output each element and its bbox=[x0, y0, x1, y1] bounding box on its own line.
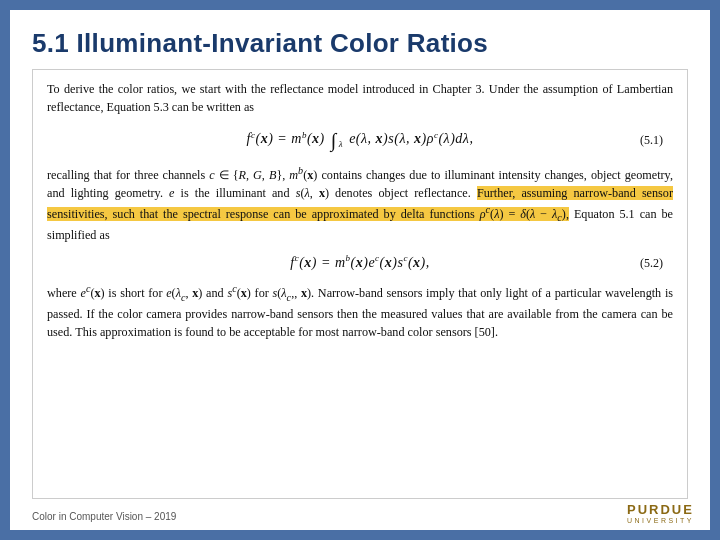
purdue-subtitle: UNIVERSITY bbox=[627, 517, 694, 524]
paragraph-2: recalling that for three channels c ∈ {R… bbox=[47, 163, 673, 245]
purdue-name: PURDUE bbox=[627, 502, 694, 517]
eq1-label: (5.1) bbox=[640, 131, 663, 149]
equation-2: fc(x) = mb(x)ec(x)sc(x), (5.2) bbox=[47, 252, 673, 273]
eq2-label: (5.2) bbox=[640, 254, 663, 272]
para1-text: To derive the color ratios, we start wit… bbox=[47, 82, 673, 114]
eq2-content: fc(x) = mb(x)ec(x)sc(x), bbox=[290, 252, 430, 273]
equation-1: fc(x) = mb(x) ∫λ e(λ, x)s(λ, x)ρc(λ)dλ, … bbox=[47, 125, 673, 155]
paragraph-1: To derive the color ratios, we start wit… bbox=[47, 80, 673, 117]
slide: 5.1 Illuminant-Invariant Color Ratios To… bbox=[10, 10, 710, 530]
content-box: To derive the color ratios, we start wit… bbox=[32, 69, 688, 499]
paragraph-3: where ec(x) is short for e(λc, x) and sc… bbox=[47, 281, 673, 341]
eq1-content: fc(x) = mb(x) ∫λ e(λ, x)s(λ, x)ρc(λ)dλ, bbox=[247, 125, 474, 155]
highlighted-text: Further, assuming narrow-band sensor sen… bbox=[47, 186, 673, 221]
footer-text: Color in Computer Vision – 2019 bbox=[32, 511, 176, 522]
purdue-logo: PURDUE UNIVERSITY bbox=[627, 502, 694, 524]
slide-title: 5.1 Illuminant-Invariant Color Ratios bbox=[32, 28, 688, 59]
